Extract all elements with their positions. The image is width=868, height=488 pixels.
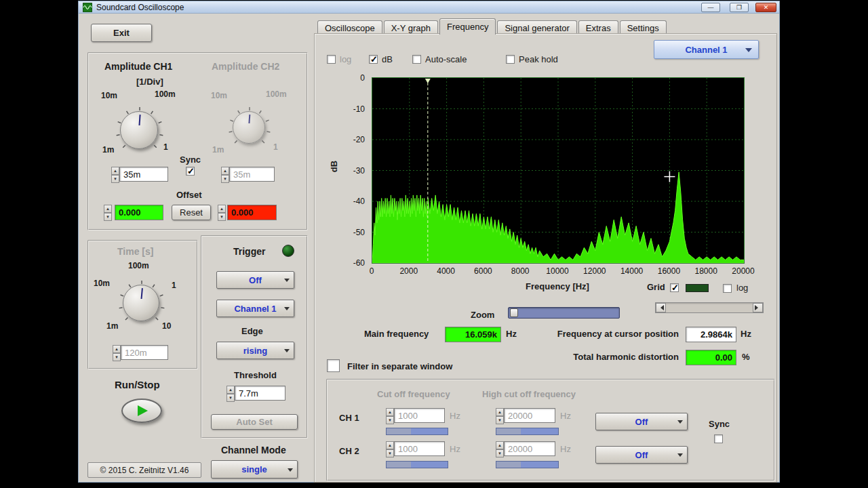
ch1-amplitude-stepper[interactable]: ▲▼ [111, 167, 119, 182]
amplitude-sync-label: Sync [180, 155, 201, 165]
exit-button[interactable]: Exit [91, 24, 152, 42]
filter-sync-checkbox[interactable] [714, 434, 723, 443]
ch2-offset-stepper[interactable]: ▲▼ [218, 205, 226, 220]
edge-label: Edge [241, 326, 263, 336]
copyright-badge: © 2015 C. Zeitnitz V1.46 [87, 462, 201, 478]
x-tick-label: 14000 [612, 266, 652, 276]
close-button[interactable]: ✕ [755, 3, 776, 12]
scroll-right-button[interactable] [753, 303, 763, 312]
amplitude-ch2-label: Amplitude CH2 [212, 61, 279, 72]
time-knob-left-label: 10m [94, 279, 110, 288]
ch2-knob-min-label: 10m [211, 91, 227, 100]
y-tick-label: -40 [342, 197, 365, 206]
reset-button[interactable]: Reset [172, 205, 211, 220]
chevron-down-icon [677, 453, 683, 460]
tab-signal-generator[interactable]: Signal generator [497, 20, 576, 35]
ch1-low-cutoff-slider[interactable] [386, 428, 448, 435]
log-axis-checkbox[interactable] [723, 284, 732, 293]
filter-sync-label: Sync [709, 419, 730, 429]
ch1-offset-field[interactable]: 0.000 [115, 205, 163, 220]
ch1-knob-bl-label: 1m [102, 145, 114, 155]
threshold-stepper[interactable]: ▲▼ [226, 386, 235, 401]
ch2-high-cutoff-stepper[interactable]: ▲▼ [496, 441, 504, 456]
trigger-mode-dropdown[interactable]: Off [216, 271, 294, 289]
channel-select-value: Channel 1 [685, 45, 727, 55]
time-stepper[interactable]: ▲▼ [113, 345, 121, 360]
ch2-filter-mode-dropdown[interactable]: Off [595, 446, 688, 464]
trigger-led-indicator [282, 245, 294, 257]
channel-mode-dropdown[interactable]: single [211, 460, 298, 479]
time-field[interactable]: 120m [121, 345, 168, 360]
run-stop-button[interactable] [121, 399, 162, 423]
y-tick-label: 0 [342, 73, 365, 83]
chevron-down-icon [288, 468, 293, 474]
ch2-low-cutoff-slider[interactable] [386, 461, 448, 468]
filter-window-checkbox[interactable] [327, 359, 340, 372]
y-tick-label: -50 [342, 228, 365, 237]
tab-x-y-graph[interactable]: X-Y graph [384, 20, 438, 35]
minimize-button[interactable]: — [701, 3, 720, 12]
time-knob[interactable] [123, 285, 159, 321]
ch1-high-cutoff-stepper[interactable]: ▲▼ [496, 408, 504, 423]
ch1-amplitude-field[interactable]: 35m [119, 167, 168, 182]
titlebar[interactable]: Soundcard Oscilloscope [79, 1, 779, 14]
zoom-slider[interactable] [508, 307, 620, 319]
ch2-knob-top-label: 100m [266, 89, 287, 99]
per-div-label: [1/Div] [136, 77, 163, 87]
auto-set-button[interactable]: Auto Set [211, 414, 298, 430]
offset-label: Offset [176, 190, 202, 200]
ch2-high-cutoff-slider[interactable] [496, 461, 559, 468]
auto-scale-checkbox[interactable] [412, 55, 421, 64]
thd-label: Total harmonic distortion [547, 352, 679, 362]
x-tick-label: 4000 [426, 266, 467, 276]
chevron-down-icon [284, 279, 290, 285]
run-stop-label: Run/Stop [115, 379, 160, 390]
channel-select-dropdown[interactable]: Channel 1 [654, 40, 759, 59]
log-checkbox[interactable] [327, 55, 336, 64]
window-title: Soundcard Oscilloscope [96, 3, 184, 12]
grid-color-swatch[interactable] [686, 284, 709, 292]
ch2-amplitude-stepper[interactable]: ▲▼ [221, 167, 229, 182]
ch2-low-cutoff-stepper[interactable]: ▲▼ [386, 441, 394, 456]
db-checkbox[interactable] [369, 55, 378, 64]
ch2-knob-br-label: 1 [273, 142, 278, 152]
amplitude-ch1-knob[interactable] [120, 111, 158, 149]
tab-extras[interactable]: Extras [578, 20, 618, 35]
ch1-knob-top-label: 100m [155, 89, 176, 99]
amplitude-ch2-knob[interactable] [233, 111, 265, 144]
x-tick-label: 12000 [574, 266, 615, 276]
scroll-left-button[interactable] [656, 303, 666, 312]
filter-ch1-label: CH 1 [339, 413, 359, 423]
ch1-filter-mode-dropdown[interactable]: Off [595, 413, 688, 430]
trigger-mode-value: Off [249, 275, 262, 285]
ch1-low-cutoff-field[interactable]: 1000 [394, 408, 445, 423]
edge-dropdown[interactable]: rising [216, 342, 294, 359]
x-tick-label: 0 [351, 266, 392, 276]
tab-frequency[interactable]: Frequency [439, 18, 496, 35]
ch2-low-cutoff-field[interactable]: 1000 [394, 441, 445, 456]
amplitude-sync-checkbox[interactable] [186, 167, 195, 176]
ch2-offset-field[interactable]: 0.000 [227, 205, 277, 220]
ch1-offset-stepper[interactable]: ▲▼ [104, 205, 112, 220]
chart-scrollbar[interactable] [655, 302, 764, 313]
maximize-button[interactable]: ❐ [730, 3, 749, 12]
ch1-high-cutoff-field[interactable]: 20000 [504, 408, 555, 423]
app-window: Soundcard Oscilloscope — ❐ ✕ Exit Amplit… [78, 1, 780, 483]
ch2-amplitude-field[interactable]: 35m [229, 167, 275, 182]
peak-hold-checkbox[interactable] [506, 55, 515, 64]
main-frequency-field: 16.059k [445, 327, 501, 342]
spectrum-plot[interactable] [372, 77, 745, 264]
trigger-channel-dropdown[interactable]: Channel 1 [216, 300, 294, 317]
tab-oscilloscope[interactable]: Oscilloscope [317, 20, 382, 35]
ch2-high-cutoff-field[interactable]: 20000 [504, 441, 555, 456]
zoom-slider-thumb[interactable] [510, 308, 518, 317]
threshold-field[interactable]: 7.7m [235, 386, 285, 401]
grid-checkbox[interactable] [670, 283, 679, 292]
tab-settings[interactable]: Settings [620, 20, 667, 35]
log-checkbox-label: log [340, 54, 351, 64]
ch1-low-cutoff-stepper[interactable]: ▲▼ [386, 408, 394, 423]
threshold-label: Threshold [234, 370, 277, 380]
grid-label: Grid [647, 282, 665, 292]
ch1-high-cutoff-slider[interactable] [496, 428, 559, 435]
y-axis-title: dB [329, 161, 339, 172]
